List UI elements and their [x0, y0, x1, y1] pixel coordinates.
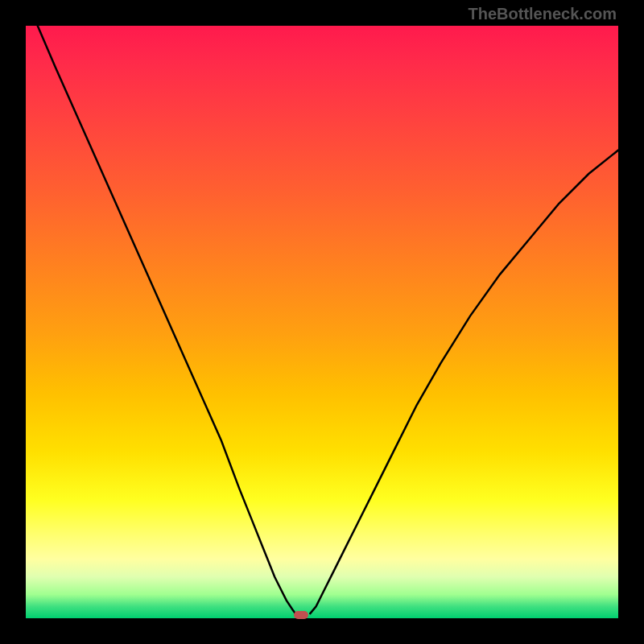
optimum-marker [294, 611, 308, 619]
curve-right-branch [310, 151, 618, 614]
chart-container: TheBottleneck.com [0, 0, 644, 644]
curve-left-branch [38, 26, 295, 613]
plot-area [26, 26, 618, 618]
curve-layer [26, 26, 618, 618]
attribution-text: TheBottleneck.com [469, 5, 617, 23]
